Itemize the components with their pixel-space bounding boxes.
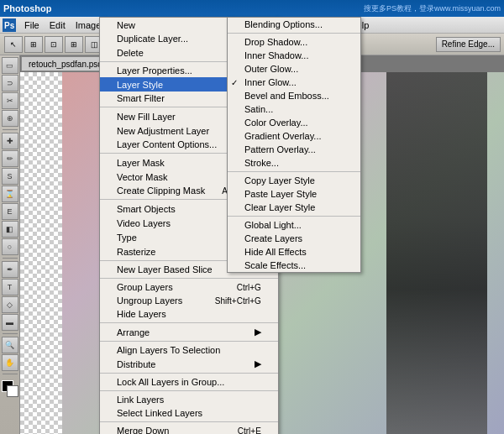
check-icon: ✓: [231, 78, 238, 87]
submenu-stroke[interactable]: Stroke...: [228, 156, 360, 170]
menu-separator: [100, 373, 278, 374]
submenu-color-overlay[interactable]: Color Overlay...: [228, 116, 360, 129]
tool-divider1: [3, 129, 18, 130]
arrow-icon: ▶: [255, 327, 261, 337]
shortcut-label: Shift+Ctrl+G: [215, 296, 261, 306]
tool-divider2: [3, 258, 18, 259]
submenu-gradient-overlay[interactable]: Gradient Overlay...: [228, 129, 360, 143]
shortcut-label: Ctrl+G: [237, 283, 261, 292]
menu-item-group-layers[interactable]: Group Layers Ctrl+G: [100, 280, 278, 294]
menu-separator: [100, 278, 278, 279]
menu-ps-icon[interactable]: Ps: [2, 18, 17, 32]
toolbar-btn3[interactable]: ⊡: [45, 36, 63, 53]
photo-figure: [386, 72, 487, 434]
tool-path[interactable]: ◇: [2, 296, 18, 313]
submenu-separator: [228, 33, 360, 34]
submenu-satin[interactable]: Satin...: [228, 102, 360, 116]
tool-gradient[interactable]: ◧: [2, 221, 18, 238]
menu-item-align[interactable]: Align Layers To Selection: [100, 343, 278, 357]
app-title: Photoshop: [3, 3, 51, 13]
color-swatches[interactable]: [2, 380, 18, 397]
submenu-copy-style[interactable]: Copy Layer Style: [228, 174, 360, 187]
refine-edge-button[interactable]: Refine Edge...: [436, 37, 501, 52]
submenu-hide-effects[interactable]: Hide All Effects: [228, 245, 360, 259]
tool-eyedropper[interactable]: ⊕: [2, 110, 18, 127]
submenu-bevel-emboss[interactable]: Bevel and Emboss...: [228, 89, 360, 102]
tool-hand[interactable]: ✋: [2, 354, 18, 371]
submenu-inner-shadow[interactable]: Inner Shadow...: [228, 49, 360, 62]
tool-crop[interactable]: ✂: [2, 92, 18, 109]
submenu-pattern-overlay[interactable]: Pattern Overlay...: [228, 143, 360, 156]
menu-edit[interactable]: Edit: [45, 19, 71, 31]
toolbar-btn4[interactable]: ⊞: [65, 36, 83, 53]
toolbar-arrow[interactable]: ↖: [4, 36, 23, 53]
menu-item-arrange[interactable]: Arrange ▶: [100, 325, 278, 339]
menu-item-lock-all[interactable]: Lock All Layers in Group...: [100, 375, 278, 389]
arrow-icon: ▶: [255, 358, 261, 369]
menu-item-hide-layers[interactable]: Hide Layers: [100, 307, 278, 321]
tool-history[interactable]: ⌛: [2, 186, 18, 202]
submenu-global-light[interactable]: Global Light...: [228, 218, 360, 232]
submenu-outer-glow[interactable]: Outer Glow...: [228, 62, 360, 76]
title-right: 搜更多PS教程，登录www.missyuan.com: [364, 3, 501, 14]
menu-item-ungroup-layers[interactable]: Ungroup Layers Shift+Ctrl+G: [100, 294, 278, 307]
tool-brush[interactable]: ✏: [2, 150, 18, 167]
layer-style-submenu: Blending Options... Drop Shadow... Inner…: [227, 17, 361, 273]
tool-divider3: [3, 333, 18, 334]
tool-zoom[interactable]: 🔍: [2, 337, 18, 353]
tool-type[interactable]: T: [2, 279, 18, 295]
left-toolbar: ▭ ⊃ ✂ ⊕ ✚ ✏ S ⌛ E ◧ ○ ✒ T ◇ ▬ 🔍 ✋: [0, 55, 20, 434]
tool-pen[interactable]: ✒: [2, 261, 18, 278]
submenu-scale-effects[interactable]: Scale Effects...: [228, 259, 360, 272]
menu-separator: [100, 341, 278, 342]
menu-item-select-linked[interactable]: Select Linked Layers: [100, 406, 278, 420]
tool-shape[interactable]: ▬: [2, 314, 18, 331]
submenu-inner-glow[interactable]: ✓ Inner Glow...: [228, 76, 360, 89]
tool-lasso[interactable]: ⊃: [2, 75, 18, 92]
submenu-separator: [228, 216, 360, 217]
submenu-blending-options[interactable]: Blending Options...: [228, 18, 360, 31]
tool-dodge[interactable]: ○: [2, 238, 18, 255]
svg-text:Ps: Ps: [4, 21, 15, 30]
menu-separator: [100, 390, 278, 391]
tool-divider4: [3, 374, 18, 374]
tool-heal[interactable]: ✚: [2, 133, 18, 149]
toolbar-btn2[interactable]: ⊞: [24, 36, 43, 53]
menu-item-distribute[interactable]: Distribute ▶: [100, 357, 278, 371]
submenu-separator: [228, 171, 360, 172]
submenu-paste-style[interactable]: Paste Layer Style: [228, 187, 360, 201]
menu-separator: [100, 421, 278, 422]
tool-eraser[interactable]: E: [2, 203, 18, 220]
submenu-create-layers[interactable]: Create Layers: [228, 232, 360, 245]
menu-file[interactable]: File: [19, 19, 45, 31]
background-color[interactable]: [7, 385, 18, 397]
tool-clone[interactable]: S: [2, 168, 18, 185]
tool-marquee[interactable]: ▭: [2, 57, 18, 74]
submenu-clear-style[interactable]: Clear Layer Style: [228, 201, 360, 214]
shortcut-label: Ctrl+E: [238, 426, 261, 435]
menu-item-link-layers[interactable]: Link Layers: [100, 393, 278, 406]
title-bar: Photoshop 搜更多PS教程，登录www.missyuan.com: [0, 0, 504, 17]
menu-item-merge-down[interactable]: Merge Down Ctrl+E: [100, 424, 278, 434]
menu-separator: [100, 322, 278, 323]
submenu-drop-shadow[interactable]: Drop Shadow...: [228, 35, 360, 49]
